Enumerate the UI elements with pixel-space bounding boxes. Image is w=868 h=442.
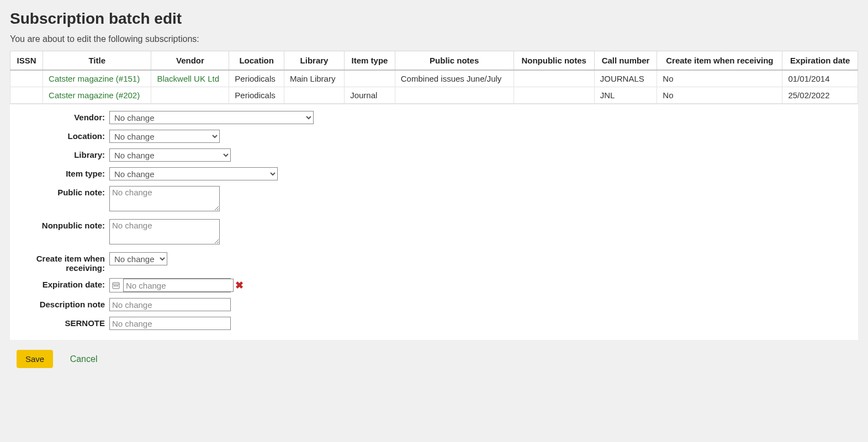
cell-callnumber: JOURNALS (594, 70, 657, 87)
cell-vendor: Blackwell UK Ltd (151, 70, 229, 87)
vendor-link[interactable]: Blackwell UK Ltd (157, 74, 219, 83)
clear-date-icon[interactable]: ✖ (235, 279, 244, 291)
col-title[interactable]: Title (43, 51, 151, 71)
expiration-date-field[interactable] (123, 279, 234, 292)
svg-rect-3 (115, 285, 117, 286)
cell-nonpublicnotes (514, 70, 594, 87)
save-button[interactable]: Save (17, 350, 53, 368)
col-issn[interactable]: ISSN (10, 51, 43, 71)
itemtype-select[interactable]: No change (109, 167, 278, 180)
library-label: Library: (10, 148, 109, 159)
col-location[interactable]: Location (229, 51, 284, 71)
descnote-label: Description note (10, 298, 109, 309)
col-itemtype[interactable]: Item type (345, 51, 395, 71)
cell-createitem: No (657, 87, 782, 104)
col-vendor[interactable]: Vendor (151, 51, 229, 71)
col-callnumber[interactable]: Call number (594, 51, 657, 71)
cell-nonpublicnotes (514, 87, 594, 104)
cell-location: Periodicals (229, 70, 284, 87)
cell-title: Catster magazine (#202) (43, 87, 151, 104)
nonpublicnote-label: Nonpublic note: (10, 219, 109, 230)
cell-library: Main Library (284, 70, 344, 87)
calendar-icon (112, 281, 120, 289)
cell-publicnotes: Combined issues June/July (395, 70, 514, 87)
cell-callnumber: JNL (594, 87, 657, 104)
col-publicnotes[interactable]: Public notes (395, 51, 514, 71)
cell-expiration: 25/02/2022 (782, 87, 858, 104)
nonpublicnote-textarea[interactable] (109, 219, 220, 244)
library-select[interactable]: No change (109, 148, 231, 162)
cell-location: Periodicals (229, 87, 284, 104)
expiration-date-input[interactable] (109, 278, 231, 292)
cell-library (284, 87, 344, 104)
createitem-label: Create item when receiving: (10, 252, 109, 273)
vendor-select[interactable]: No change (109, 111, 314, 124)
publicnote-label: Public note: (10, 186, 109, 197)
intro-text: You are about to edit the following subs… (10, 34, 858, 44)
svg-rect-4 (117, 285, 118, 286)
table-row: Catster magazine (#151) Blackwell UK Ltd… (10, 70, 858, 87)
vendor-label: Vendor: (10, 111, 109, 122)
sernote-label: SERNOTE (10, 317, 109, 328)
svg-rect-2 (114, 285, 115, 286)
page-title: Subscription batch edit (10, 10, 858, 28)
descnote-input[interactable] (109, 298, 231, 311)
publicnote-textarea[interactable] (109, 186, 220, 211)
cell-issn (10, 70, 43, 87)
location-select[interactable]: No change (109, 130, 220, 143)
col-library[interactable]: Library (284, 51, 344, 71)
table-row: Catster magazine (#202) Periodicals Jour… (10, 87, 858, 104)
cell-itemtype (345, 70, 395, 87)
expiration-label: Expiration date: (10, 278, 109, 289)
cell-expiration: 01/01/2014 (782, 70, 858, 87)
col-createitem[interactable]: Create item when receiving (657, 51, 782, 71)
subscription-link[interactable]: Catster magazine (#151) (49, 74, 140, 83)
subscription-link[interactable]: Catster magazine (#202) (49, 90, 140, 100)
location-label: Location: (10, 130, 109, 141)
sernote-input[interactable] (109, 317, 231, 330)
cell-vendor (151, 87, 229, 104)
col-nonpublicnotes[interactable]: Nonpublic notes (514, 51, 594, 71)
col-expiration[interactable]: Expiration date (782, 51, 858, 71)
cell-publicnotes (395, 87, 514, 104)
cell-createitem: No (657, 70, 782, 87)
cell-title: Catster magazine (#151) (43, 70, 151, 87)
cell-itemtype: Journal (345, 87, 395, 104)
cancel-button[interactable]: Cancel (67, 354, 101, 365)
itemtype-label: Item type: (10, 167, 109, 178)
createitem-select[interactable]: No change (109, 252, 167, 265)
subscriptions-table: ISSN Title Vendor Location Library Item … (10, 51, 858, 104)
cell-issn (10, 87, 43, 104)
